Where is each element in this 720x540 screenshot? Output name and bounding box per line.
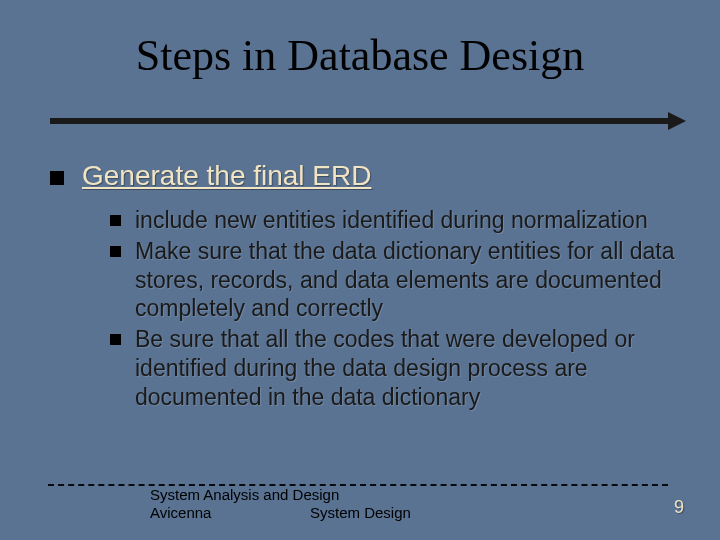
bullet-list: include new entities identified during n… <box>110 206 680 411</box>
heading-text: Generate the final ERD <box>82 160 372 192</box>
list-item: Make sure that the data dictionary entit… <box>110 237 680 323</box>
list-item-text: Make sure that the data dictionary entit… <box>135 237 680 323</box>
page-number: 9 <box>674 497 684 518</box>
footer-center: System Design <box>310 486 411 522</box>
square-bullet-icon <box>110 215 121 226</box>
square-bullet-icon <box>110 246 121 257</box>
square-bullet-icon <box>50 171 64 185</box>
slide: Steps in Database Design Generate the fi… <box>0 0 720 540</box>
slide-title: Steps in Database Design <box>0 30 720 81</box>
list-item-text: include new entities identified during n… <box>135 206 648 235</box>
list-item: include new entities identified during n… <box>110 206 680 235</box>
title-arrow-icon <box>668 112 686 130</box>
list-item: Be sure that all the codes that were dev… <box>110 325 680 411</box>
heading-item: Generate the final ERD <box>50 160 680 192</box>
footer-center-text: System Design <box>310 504 411 522</box>
list-item-text: Be sure that all the codes that were dev… <box>135 325 680 411</box>
title-underline <box>50 118 670 124</box>
square-bullet-icon <box>110 334 121 345</box>
content-area: Generate the final ERD include new entit… <box>50 160 680 413</box>
